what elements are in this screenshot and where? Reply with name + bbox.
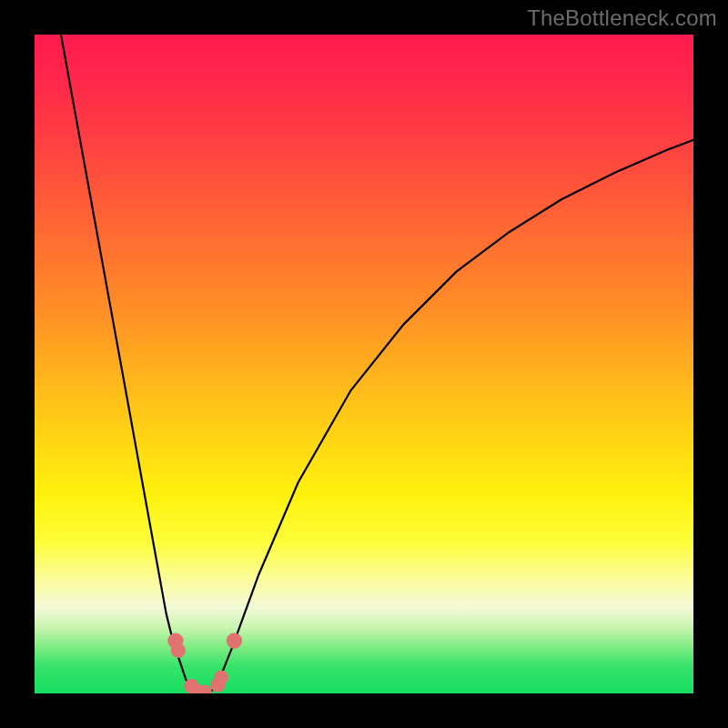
chart-frame: TheBottleneck.com [0,0,728,728]
curve-marker [171,643,186,658]
plot-area [35,35,693,693]
curve-markers [167,632,242,693]
curve-svg [35,35,693,693]
watermark-text: TheBottleneck.com [527,5,717,31]
curve-marker [214,671,228,685]
bottleneck-curve [61,35,693,693]
curve-marker [227,632,242,648]
